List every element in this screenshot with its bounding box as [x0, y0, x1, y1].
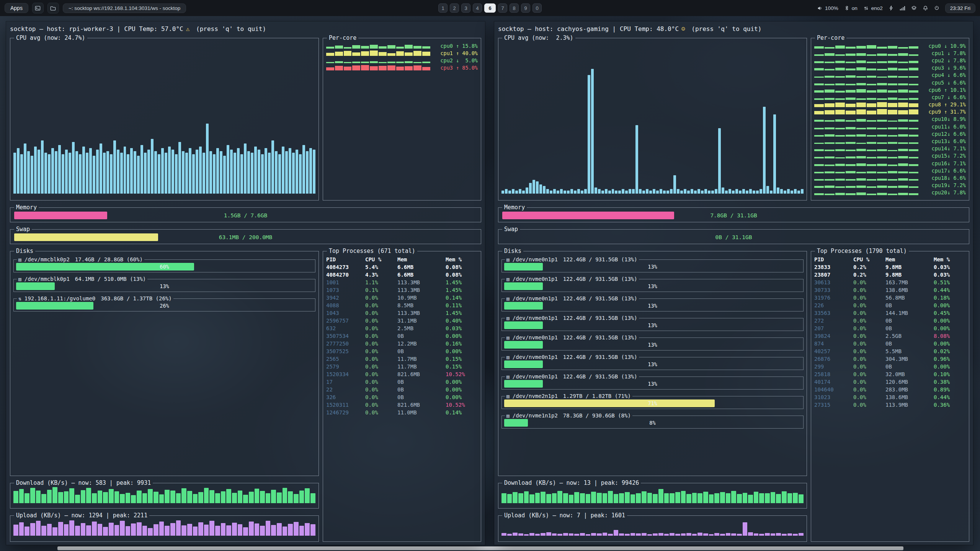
swap-title: Swap: [502, 226, 520, 233]
disks-title: Disks: [502, 248, 523, 254]
process-mem-pct: 0.44%: [934, 393, 966, 401]
clock[interactable]: 23:32 Fri: [945, 3, 975, 13]
process-row: 299 0.0% 0B 0.00%: [814, 363, 966, 370]
core-row: cpu1 ↓ 7.8%: [814, 49, 966, 57]
process-mem-pct: 8.08%: [934, 332, 966, 340]
process-mem: 138.6MB: [885, 393, 934, 401]
per-core-title: Per-core: [815, 34, 846, 41]
disk-name: /dev/nvme0n1p1: [513, 334, 558, 341]
upload-chart: [501, 519, 804, 536]
disk-usage-percent: 60%: [16, 263, 313, 271]
core-label: cpu2 ↓ 7.8%: [922, 57, 966, 64]
process-list: 4084273 5.4% 6.6MB 0.08% 4084270 4.3% 6.…: [326, 263, 478, 416]
disk-usage: 1.29TB / 1.82TB (71%): [563, 393, 631, 399]
process-row: 1246729 0.0% 11.0MB 0.14%: [326, 409, 478, 416]
terminal-icon[interactable]: [32, 3, 44, 13]
disk-entry: ▤/dev/mmcblk0p164.1MB / 510.0MB (13%) 13…: [13, 276, 315, 292]
workspace-button[interactable]: 9: [521, 3, 530, 13]
disk-usage-percent: 13%: [504, 263, 801, 271]
disk-usage-percent: 13%: [16, 282, 313, 290]
top-processes-panel: Top Processes (1790 total) PID CPU % Mem…: [811, 248, 969, 542]
core-sparkline: [326, 65, 430, 70]
process-mem: 9.8MB: [885, 271, 934, 279]
process-mem: 120.6MB: [885, 378, 934, 386]
process-mem-pct: 0.14%: [446, 409, 478, 416]
volume-status[interactable]: 100%: [817, 5, 838, 11]
process-row: 2565 0.0% 11.7MB 0.15%: [326, 355, 478, 363]
disk-usage: 78.3GB / 930.6GB (8%): [563, 412, 631, 419]
top-processes-title: Top Processes (1790 total): [815, 248, 909, 254]
window-title[interactable]: ~: socktop ws://192.168.1.104:3031/ws - …: [63, 3, 186, 13]
upload-chart: [13, 519, 315, 536]
core-row: cpu7 ↓ 6.6%: [814, 93, 966, 101]
process-mem: 0B: [885, 340, 934, 347]
disk-legend: ▤/dev/nvme0n1p1122.4GB / 931.5GB (13%): [505, 334, 639, 341]
process-row: 33563 0.0% 144.1MB 0.45%: [814, 309, 966, 317]
core-label: cpu8 ↑ 29.1%: [922, 101, 966, 108]
core-sparkline: [814, 58, 918, 63]
process-cpu: 5.4%: [365, 263, 397, 271]
socktop-window[interactable]: socktop — host: cachyos-gaming | CPU Tem…: [494, 21, 973, 545]
disk-legend: ▤/dev/nvme0n1p1122.4GB / 931.5GB (13%): [505, 354, 639, 360]
core-label: cpu0 ↑ 15.8%: [434, 43, 478, 49]
process-mem-pct: 0.08%: [446, 271, 478, 279]
process-mem-pct: 0.00%: [446, 393, 478, 401]
network-status[interactable]: eno2: [863, 5, 883, 11]
files-icon[interactable]: [47, 3, 59, 13]
process-mem: 2.5MB: [397, 324, 446, 332]
workspace-button[interactable]: 7: [498, 3, 507, 13]
core-sparkline: [814, 168, 918, 173]
workspace-button[interactable]: 6: [484, 3, 496, 13]
bluetooth-status[interactable]: on: [844, 5, 858, 11]
process-cpu: 0.0%: [853, 393, 885, 401]
memory-meter: 7.8GB / 31.1GB: [501, 211, 966, 220]
workspace-button[interactable]: 8: [510, 3, 519, 13]
cpu-avg-panel: CPU avg (now: 24.7%): [10, 34, 319, 201]
process-cpu: 0.1%: [365, 286, 397, 294]
disk-usage-track: 13%: [504, 360, 801, 368]
process-mem-pct: 0.00%: [446, 347, 478, 355]
signal-status[interactable]: [900, 5, 905, 11]
disk-legend: ▤/dev/nvme0n1p1122.4GB / 931.5GB (13%): [505, 276, 639, 282]
workspace-button[interactable]: 1: [438, 3, 448, 13]
process-row: 30733 0.0% 138.6MB 0.44%: [814, 286, 966, 294]
layers-status[interactable]: [911, 5, 917, 11]
notifications-status[interactable]: [923, 5, 928, 11]
process-pid: 272: [814, 317, 853, 324]
disk-name: /dev/nvme0n1p1: [513, 315, 558, 321]
disk-entry: ▤/dev/nvme0n1p1122.4GB / 931.5GB (13%) 1…: [501, 315, 804, 331]
process-cpu: 0.0%: [365, 324, 397, 332]
workspace-button[interactable]: 2: [450, 3, 459, 13]
disk-entry: ⇅192.168.1.11:/gvolume0363.8GB / 1.37TB …: [13, 295, 315, 311]
workspace-switcher: 1 2 3 4 6 7 8 9 0: [438, 3, 542, 13]
workspace-button[interactable]: 4: [473, 3, 482, 13]
process-cpu: 0.0%: [853, 378, 885, 386]
core-list: cpu0 ↑ 15.8% cpu1 ↑ 40.0% cpu2 ↓ 5.0%: [326, 41, 478, 72]
core-row: cpu9 ↑ 31.7%: [814, 108, 966, 116]
process-mem: 6.6MB: [397, 263, 446, 271]
network-interface: eno2: [871, 5, 883, 11]
disks-title: Disks: [14, 248, 35, 254]
col-cpu: CPU %: [853, 256, 885, 263]
apps-button[interactable]: Apps: [5, 3, 28, 13]
disk-entry: ▤/dev/nvme0n1p1122.4GB / 931.5GB (13%) 1…: [501, 334, 804, 350]
power-status[interactable]: [934, 5, 939, 11]
socktop-window[interactable]: socktop — host: rpi-worker-3 | CPU Temp:…: [6, 21, 485, 545]
process-pid: 26876: [814, 355, 853, 363]
core-label: cpu18↓ 6.6%: [922, 175, 966, 181]
disk-entry: ▤/dev/nvme2n1p11.29TB / 1.82TB (71%) 71%: [501, 393, 804, 409]
col-mem: Mem: [397, 256, 446, 263]
process-mem-pct: 0.00%: [446, 378, 478, 386]
process-mem-pct: 0.89%: [934, 386, 966, 393]
workspace-button[interactable]: 0: [532, 3, 542, 13]
col-cpu: CPU %: [365, 256, 397, 263]
workspace-button[interactable]: 3: [461, 3, 470, 13]
cpu-avg-panel: CPU avg (now: 2.3%): [498, 34, 807, 201]
process-mem: 0B: [397, 393, 446, 401]
disk-usage-percent: 13%: [504, 321, 801, 329]
process-mem-pct: 0.51%: [934, 279, 966, 286]
bluetooth-icon: [844, 5, 849, 11]
disk-icon: ▤: [506, 413, 510, 419]
core-label: cpu1 ↑ 40.0%: [434, 50, 478, 56]
power-profile-status[interactable]: [889, 5, 894, 11]
